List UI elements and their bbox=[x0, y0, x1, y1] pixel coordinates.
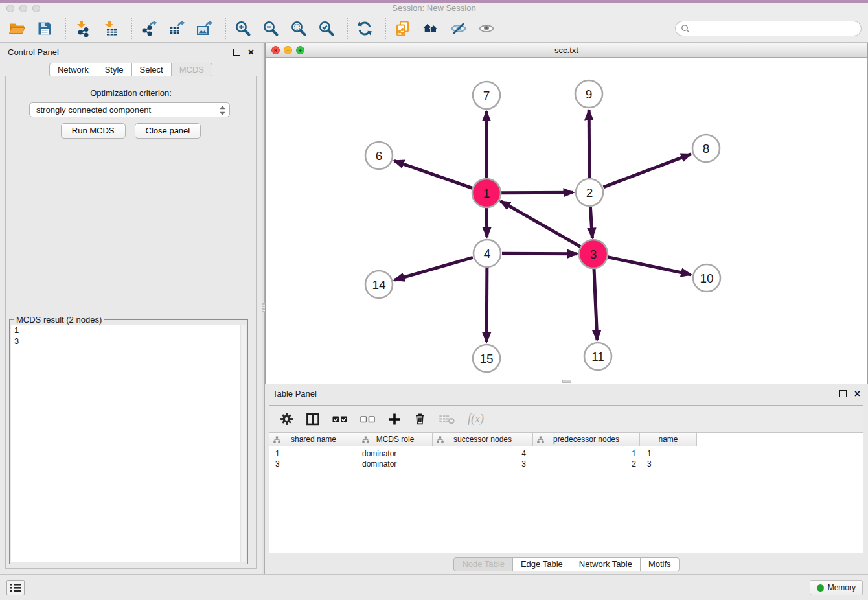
graph-edge-3-10[interactable] bbox=[608, 257, 691, 275]
graph-edge-4-3[interactable] bbox=[502, 253, 577, 254]
save-session-button[interactable] bbox=[36, 19, 54, 38]
tab-motifs[interactable]: Motifs bbox=[640, 557, 680, 571]
graph-node-8[interactable]: 8 bbox=[692, 135, 720, 162]
graph-node-3[interactable]: 3 bbox=[579, 240, 608, 268]
network-graph[interactable]: 7968124314101511 bbox=[266, 58, 867, 384]
search-box[interactable] bbox=[675, 21, 862, 36]
graph-edge-1-6[interactable] bbox=[394, 161, 473, 188]
graph-edge-3-11[interactable] bbox=[594, 269, 597, 340]
tab-style[interactable]: Style bbox=[97, 63, 132, 77]
graph-node-4[interactable]: 4 bbox=[474, 240, 501, 267]
delete-table-button[interactable] bbox=[439, 413, 455, 424]
export-table-button[interactable] bbox=[168, 19, 186, 38]
status-bar: Memory bbox=[0, 574, 868, 600]
graph-node-2[interactable]: 2 bbox=[576, 179, 603, 206]
tab-edge-table[interactable]: Edge Table bbox=[512, 557, 571, 571]
delete-column-button[interactable] bbox=[413, 412, 426, 426]
export-image-icon bbox=[196, 20, 213, 37]
zoom-fit-button[interactable] bbox=[290, 19, 308, 38]
close-panel-icon[interactable]: × bbox=[248, 49, 254, 56]
table-header-row: shared name MCDS role bbox=[269, 433, 863, 446]
cell-name: 3 bbox=[640, 459, 697, 468]
mcds-result-textarea[interactable]: 1 3 bbox=[11, 325, 246, 562]
memory-button[interactable]: Memory bbox=[810, 580, 863, 595]
criterion-select[interactable]: strongly connected component bbox=[29, 102, 230, 117]
graph-node-15[interactable]: 15 bbox=[473, 345, 500, 372]
network-minimize-icon[interactable]: − bbox=[284, 46, 292, 54]
window-zoom-icon[interactable] bbox=[32, 5, 40, 12]
show-all-button[interactable] bbox=[477, 19, 496, 38]
graph-edge-2-3[interactable] bbox=[590, 207, 592, 238]
settings-gear-button[interactable] bbox=[280, 412, 293, 426]
tab-select[interactable]: Select bbox=[131, 63, 172, 77]
graph-node-7[interactable]: 7 bbox=[473, 82, 500, 109]
search-input[interactable] bbox=[690, 22, 861, 35]
import-table-button[interactable] bbox=[102, 19, 120, 38]
task-history-button[interactable] bbox=[6, 580, 25, 595]
tab-network[interactable]: Network bbox=[49, 63, 97, 77]
graph-edge-2-9[interactable] bbox=[589, 110, 589, 178]
window-close-icon[interactable] bbox=[6, 5, 14, 12]
function-builder-button[interactable]: f(x) bbox=[468, 412, 484, 426]
home-layout-button[interactable] bbox=[422, 19, 440, 38]
import-network-button[interactable] bbox=[74, 19, 92, 38]
column-header-shared-name[interactable]: shared name bbox=[269, 433, 358, 446]
graph-node-6[interactable]: 6 bbox=[365, 142, 393, 169]
export-network-icon bbox=[141, 20, 157, 37]
table-row[interactable]: 3 dominator 3 2 3 bbox=[269, 459, 863, 469]
hierarchy-icon bbox=[537, 436, 544, 443]
splitter-grip-icon[interactable] bbox=[562, 380, 571, 383]
float-panel-icon[interactable] bbox=[839, 390, 847, 397]
table-panel-tabs: Node Table Edge Table Network Table Moti… bbox=[265, 557, 868, 571]
result-scrollbar[interactable] bbox=[240, 325, 246, 562]
graph-node-label: 6 bbox=[376, 149, 383, 163]
deselect-all-button[interactable] bbox=[360, 415, 376, 424]
close-panel-icon[interactable]: × bbox=[854, 390, 860, 397]
graph-node-11[interactable]: 11 bbox=[584, 343, 611, 370]
graph-edge-1-2[interactable] bbox=[501, 192, 573, 193]
export-image-button[interactable] bbox=[196, 19, 214, 38]
graph-edge-4-15[interactable] bbox=[486, 268, 487, 342]
network-view-window: × − + scc.txt 7968124314101511 bbox=[265, 43, 868, 384]
graph-node-9[interactable]: 9 bbox=[575, 80, 602, 108]
column-header-name[interactable]: name bbox=[640, 433, 697, 446]
column-header-successor-nodes[interactable]: successor nodes bbox=[433, 433, 533, 446]
float-panel-icon[interactable] bbox=[233, 49, 240, 56]
select-all-button[interactable] bbox=[332, 415, 348, 424]
add-column-button[interactable] bbox=[388, 413, 401, 426]
graph-edge-2-8[interactable] bbox=[604, 154, 691, 187]
graph-edge-3-1[interactable] bbox=[501, 201, 580, 246]
unchecked-boxes-icon bbox=[360, 415, 376, 424]
export-network-button[interactable] bbox=[140, 19, 158, 38]
clone-network-button[interactable] bbox=[394, 19, 412, 38]
graph-node-10[interactable]: 10 bbox=[693, 264, 720, 292]
close-panel-button[interactable]: Close panel bbox=[135, 123, 201, 139]
column-header-predecessor-nodes[interactable]: predecessor nodes bbox=[533, 433, 640, 446]
refresh-button[interactable] bbox=[356, 19, 374, 38]
zoom-out-button[interactable] bbox=[262, 19, 280, 38]
main-area: Control Panel × Network Style Select MCD… bbox=[0, 43, 868, 574]
graph-node-label: 14 bbox=[372, 278, 386, 292]
tab-node-table[interactable]: Node Table bbox=[453, 557, 513, 571]
graph-edge-4-14[interactable] bbox=[394, 257, 473, 280]
mcds-buttons-row: Run MCDS Close panel bbox=[6, 123, 256, 139]
graph-node-1[interactable]: 1 bbox=[472, 179, 501, 207]
table-row[interactable]: 1 dominator 4 1 1 bbox=[269, 448, 863, 459]
graph-node-label: 15 bbox=[479, 352, 493, 365]
zoom-selected-button[interactable] bbox=[317, 19, 336, 38]
toolbar-separator bbox=[347, 18, 348, 39]
run-mcds-button[interactable]: Run MCDS bbox=[61, 123, 126, 139]
tab-network-table[interactable]: Network Table bbox=[571, 557, 641, 571]
tab-mcds[interactable]: MCDS bbox=[171, 63, 212, 77]
open-session-button[interactable] bbox=[8, 19, 26, 38]
network-close-icon[interactable]: × bbox=[271, 46, 280, 54]
network-canvas[interactable]: 7968124314101511 bbox=[266, 58, 867, 384]
window-minimize-icon[interactable] bbox=[19, 5, 27, 12]
columns-icon bbox=[306, 412, 320, 426]
zoom-in-button[interactable] bbox=[234, 19, 252, 38]
hide-unselected-button[interactable] bbox=[450, 19, 468, 38]
split-columns-button[interactable] bbox=[306, 412, 320, 426]
column-header-mcds-role[interactable]: MCDS role bbox=[358, 433, 433, 446]
network-maximize-icon[interactable]: + bbox=[296, 46, 304, 54]
graph-node-14[interactable]: 14 bbox=[365, 271, 393, 298]
